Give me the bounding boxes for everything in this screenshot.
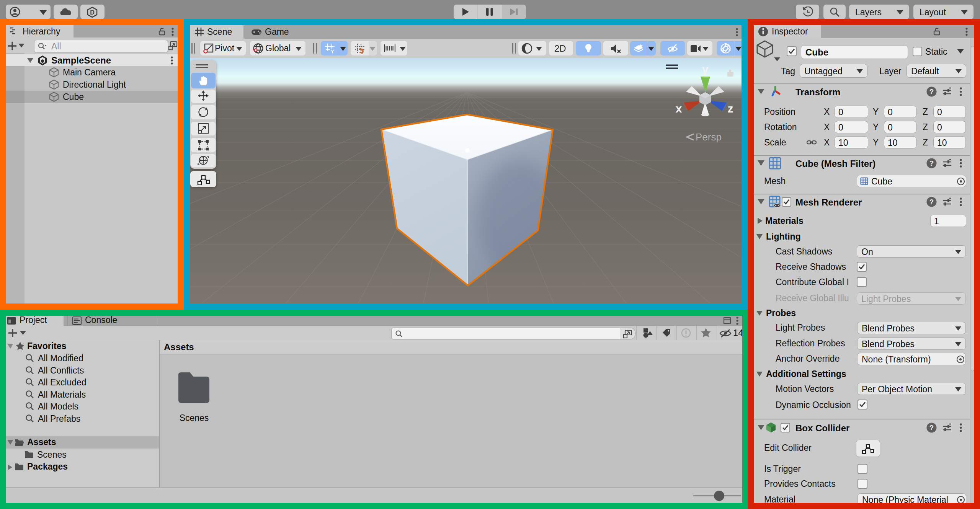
svg-text:y: y	[702, 63, 709, 75]
svg-text:x: x	[676, 102, 682, 115]
svg-text:?: ?	[929, 198, 934, 206]
svg-text:?: ?	[929, 424, 934, 432]
svg-text:Persp: Persp	[696, 131, 722, 143]
svg-text:D: D	[90, 9, 95, 16]
svg-text:?: ?	[929, 160, 934, 167]
svg-text:z: z	[728, 102, 733, 115]
svg-text:Y: Y	[331, 49, 334, 54]
svg-text:?: ?	[929, 88, 934, 96]
